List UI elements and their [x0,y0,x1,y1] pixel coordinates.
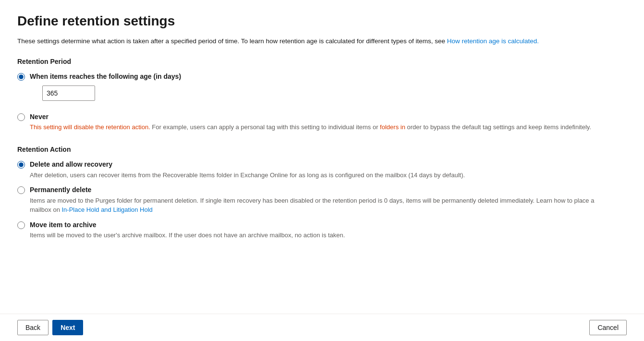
retention-delete-label[interactable]: Delete and allow recovery [30,160,112,168]
retention-never-description: This setting will disable the retention … [30,122,606,132]
retention-permanent-content: Permanently delete Items are moved to th… [30,185,627,215]
footer-left-buttons: Back Next [17,320,83,335]
retention-never-content: Never This setting will disable the rete… [30,112,627,132]
retention-delete-option: Delete and allow recovery After deletion… [17,160,627,180]
retention-action-section: Retention Action Delete and allow recove… [17,146,627,240]
footer: Back Next Cancel [0,314,644,341]
back-button[interactable]: Back [17,320,49,335]
never-desc-orange-1: This setting will disable the retention … [30,123,150,131]
description-text-part1: These settings determine what action is … [17,37,447,45]
page-description: These settings determine what action is … [17,37,618,46]
retention-action-label: Retention Action [17,146,627,153]
retention-permanent-label[interactable]: Permanently delete [30,186,91,194]
retention-archive-label[interactable]: Move item to archive [30,221,97,229]
never-desc-orange-2: folders in [380,123,405,131]
retention-permanent-option: Permanently delete Items are moved to th… [17,185,627,215]
never-desc-rest-1: For example, users can apply a personal … [150,123,380,131]
retention-never-option: Never This setting will disable the rete… [17,112,627,132]
description-link[interactable]: How retention age is calculated. [447,37,539,45]
retention-never-label[interactable]: Never [30,113,49,121]
retention-age-label[interactable]: When items reaches the following age (in… [30,73,181,80]
days-input[interactable] [42,85,95,101]
retention-archive-radio[interactable] [17,221,25,229]
retention-never-radio[interactable] [17,113,25,121]
page-title: Define retention settings [17,13,627,29]
retention-period-section: Retention Period When items reaches the … [17,58,627,132]
retention-archive-content: Move item to archive Items will be moved… [30,220,627,240]
retention-archive-description: Items will be moved to the user's archiv… [30,231,606,240]
retention-delete-radio[interactable] [17,161,25,169]
retention-age-option: When items reaches the following age (in… [17,72,627,108]
retention-period-label: Retention Period [17,58,627,65]
never-desc-rest-2: order to bypass the default tag settings… [405,123,591,131]
retention-delete-description: After deletion, users can recover items … [30,170,606,180]
retention-age-content: When items reaches the following age (in… [30,72,627,108]
retention-permanent-description: Items are moved to the Purges folder for… [30,196,606,215]
inplace-hold-link[interactable]: In-Place Hold and Litigation Hold [61,206,152,213]
retention-delete-content: Delete and allow recovery After deletion… [30,160,627,180]
retention-permanent-radio[interactable] [17,186,25,194]
retention-archive-option: Move item to archive Items will be moved… [17,220,627,240]
cancel-button[interactable]: Cancel [589,320,627,335]
retention-age-radio[interactable] [17,73,25,81]
next-button[interactable]: Next [52,320,83,335]
